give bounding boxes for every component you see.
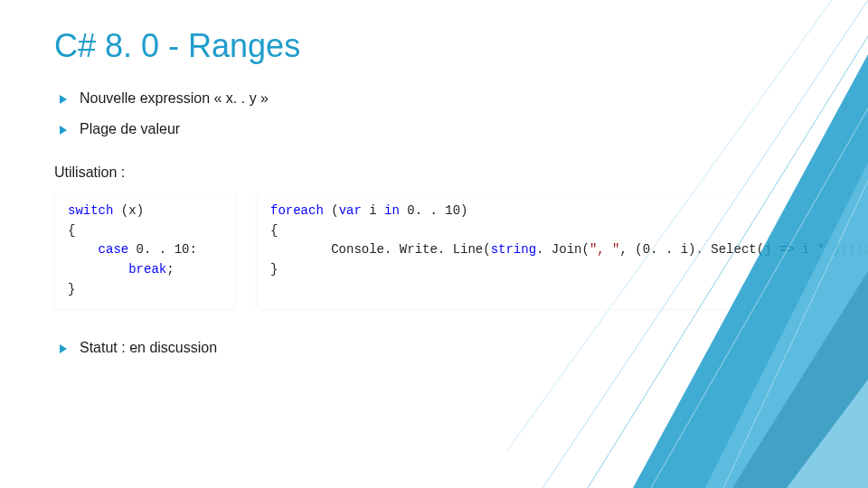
svg-marker-2 [787,380,868,488]
code-token: (x) [113,203,144,218]
code-token: ; [166,262,174,277]
code-token: Console. Write. Line( [270,242,491,257]
bullet-item: Nouvelle expression « x. . y » [54,90,814,107]
status-item: Statut : en discussion [54,340,814,356]
code-token: string [491,242,536,257]
code-token: var [339,203,362,218]
code-row: switch (x) { case 0. . 10: break; } fore… [54,193,814,309]
code-token: foreach [270,203,324,218]
code-token: 0. . 10 [128,242,189,257]
code-token: i [362,203,384,218]
code-token: ", " [590,242,620,257]
bullet-list: Nouvelle expression « x. . y » Plage de … [54,90,814,137]
code-token: : [189,242,196,257]
code-token: switch [68,203,113,218]
code-token: 0. . 10) [400,203,468,218]
code-token: ( [324,203,339,218]
code-token: . Join( [536,242,590,257]
slide-title: C# 8. 0 - Ranges [54,27,814,65]
code-snippet-switch: switch (x) { case 0. . 10: break; } [54,193,235,309]
code-snippet-foreach: foreach (var i in 0. . 10) { Console. Wr… [257,193,868,309]
code-token: } [270,262,278,277]
slide: C# 8. 0 - Ranges Nouvelle expression « x… [0,0,868,488]
usage-label: Utilisation : [54,164,814,181]
code-token: in [384,203,400,218]
code-token: case [99,242,129,257]
code-token: break [128,262,166,277]
bullet-item: Plage de valeur [54,121,814,137]
code-token: , (0. . i). Select(j => i * j))); [619,242,868,257]
code-token: { [68,223,75,238]
code-token: { [270,223,278,238]
status-list: Statut : en discussion [54,340,814,356]
code-token: } [68,282,75,296]
